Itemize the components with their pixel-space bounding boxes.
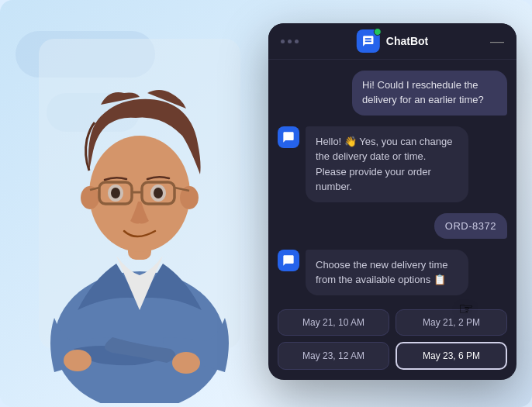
bot-avatar-2 bbox=[278, 250, 299, 271]
time-options-grid: May 21, 10 AM May 21, 2 PM May 23, 12 AM… bbox=[278, 309, 507, 370]
dot-3 bbox=[295, 40, 299, 43]
dot-1 bbox=[281, 40, 285, 43]
message-user-1: Hi! Could I reschedule the delivery for … bbox=[278, 71, 507, 116]
dot-2 bbox=[288, 40, 292, 43]
time-option-2[interactable]: May 21, 2 PM bbox=[396, 309, 507, 336]
minimize-button[interactable]: — bbox=[490, 34, 504, 48]
svg-point-13 bbox=[111, 188, 120, 198]
bot-avatar-1 bbox=[278, 126, 299, 148]
time-option-4[interactable]: May 23, 6 PM bbox=[396, 342, 507, 370]
bubble-bot-1: Hello! 👋 Yes, you can change the deliver… bbox=[306, 126, 468, 202]
time-option-1[interactable]: May 21, 10 AM bbox=[278, 309, 389, 336]
svg-point-15 bbox=[64, 350, 92, 371]
chat-title: ChatBot bbox=[386, 35, 428, 47]
message-bot-2: Choose the new delivery time from the av… bbox=[278, 250, 507, 295]
window-dots bbox=[281, 40, 299, 43]
chat-body: Hi! Could I reschedule the delivery for … bbox=[268, 60, 516, 380]
message-bot-1: Hello! 👋 Yes, you can change the deliver… bbox=[278, 126, 507, 202]
message-order: ORD-8372 bbox=[278, 213, 507, 239]
svg-point-16 bbox=[172, 352, 200, 374]
chat-header: ChatBot — bbox=[268, 23, 516, 60]
chat-window: ChatBot — Hi! Could I reschedule the del… bbox=[268, 23, 516, 380]
bubble-user-1: Hi! Could I reschedule the delivery for … bbox=[352, 71, 507, 116]
person-illustration bbox=[0, 0, 279, 407]
svg-point-14 bbox=[154, 188, 163, 198]
bot-avatar-header bbox=[357, 29, 380, 53]
bubble-order: ORD-8372 bbox=[434, 213, 507, 239]
bubble-bot-2: Choose the new delivery time from the av… bbox=[306, 250, 468, 295]
header-center: ChatBot bbox=[357, 29, 428, 53]
time-option-3[interactable]: May 23, 12 AM bbox=[278, 342, 389, 370]
